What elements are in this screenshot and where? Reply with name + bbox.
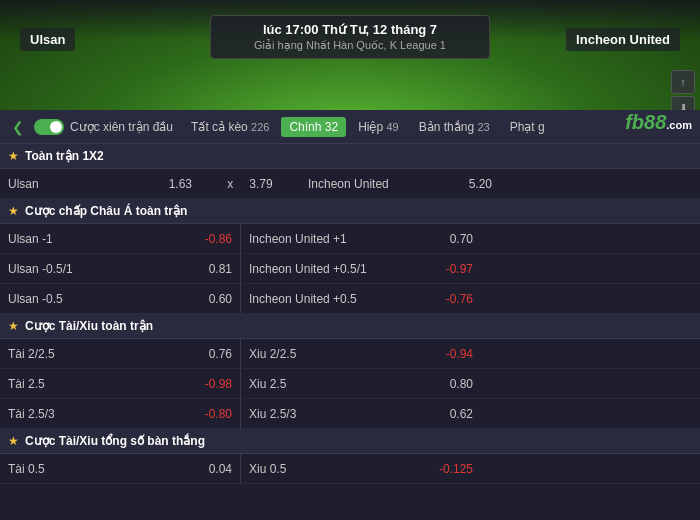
stadium-background: Ulsan lúc 17:00 Thứ Tư, 12 tháng 7 Giải … [0, 0, 700, 110]
section-ou-title: Cược Tài/Xiu toàn trận [25, 319, 153, 333]
toolbar-left: ❮ Cược xiên trận đầu [8, 117, 173, 137]
section-goals-ou-header: ★ Cược Tài/Xiu tổng số bàn thắng [0, 429, 700, 454]
team-away-label: Incheon United [566, 28, 680, 51]
handicap-row-1: Ulsan -1 -0.86 Incheon United +1 0.70 [0, 224, 700, 254]
side-icons: ↑ ⬇ [671, 70, 695, 110]
draw-odds-1x2: 3.79 [249, 177, 272, 191]
home-odds-ou2[interactable]: -0.98 [160, 377, 240, 391]
home-odds-ou1[interactable]: 0.76 [160, 347, 240, 361]
home-odds-1x2[interactable]: 1.63 [140, 177, 200, 191]
filter-main[interactable]: Chính 32 [281, 117, 346, 137]
star-icon[interactable]: ★ [8, 149, 19, 163]
filter-penalty[interactable]: Phạt g [502, 117, 553, 137]
home-team-g1[interactable]: Tài 0.5 [0, 462, 160, 476]
away-team-ou2[interactable]: Xiu 2.5 [241, 377, 401, 391]
handicap-row-3: Ulsan -0.5 0.60 Incheon United +0.5 -0.7… [0, 284, 700, 314]
match-info-bar: lúc 17:00 Thứ Tư, 12 tháng 7 Giải hạng N… [210, 15, 490, 59]
betting-content: ★ Toàn trận 1X2 Ulsan 1.63 x 3.79 Incheo… [0, 144, 700, 520]
away-odds-1x2[interactable]: 5.20 [440, 177, 500, 191]
arrow-up-icon[interactable]: ↑ [671, 70, 695, 94]
league-name: Giải hạng Nhất Hàn Quốc, K League 1 [231, 39, 469, 52]
handicap-row-2: Ulsan -0.5/1 0.81 Incheon United +0.5/1 … [0, 254, 700, 284]
away-odds-h3[interactable]: -0.76 [401, 292, 481, 306]
ou-row-1: Tài 2/2.5 0.76 Xiu 2/2.5 -0.94 [0, 339, 700, 369]
away-odds-h2[interactable]: -0.97 [401, 262, 481, 276]
away-team-h2[interactable]: Incheon United +0.5/1 [241, 262, 401, 276]
parlay-toggle[interactable] [34, 119, 64, 135]
home-team-h2[interactable]: Ulsan -0.5/1 [0, 262, 160, 276]
filter-half[interactable]: Hiệp 49 [350, 117, 407, 137]
star-icon-3[interactable]: ★ [8, 319, 19, 333]
star-icon-4[interactable]: ★ [8, 434, 19, 448]
ou-row-2: Tài 2.5 -0.98 Xiu 2.5 0.80 [0, 369, 700, 399]
toolbar-filters: Tất cả kèo 226 Chính 32 Hiệp 49 Bản thắn… [183, 117, 625, 137]
section-handicap-header: ★ Cược chấp Châu Á toàn trận [0, 199, 700, 224]
home-team-ou2[interactable]: Tài 2.5 [0, 377, 160, 391]
ou-row-3: Tài 2.5/3 -0.80 Xiu 2.5/3 0.62 [0, 399, 700, 429]
away-team-g1[interactable]: Xiu 0.5 [241, 462, 401, 476]
home-odds-h2[interactable]: 0.81 [160, 262, 240, 276]
draw-x: x [227, 177, 233, 191]
away-team-h3[interactable]: Incheon United +0.5 [241, 292, 401, 306]
home-team-h3[interactable]: Ulsan -0.5 [0, 292, 160, 306]
home-odds-ou3[interactable]: -0.80 [160, 407, 240, 421]
home-team-h1[interactable]: Ulsan -1 [0, 232, 160, 246]
match-time: lúc 17:00 Thứ Tư, 12 tháng 7 [231, 22, 469, 37]
section-1x2-title: Toàn trận 1X2 [25, 149, 104, 163]
goals-ou-row-1: Tài 0.5 0.04 Xiu 0.5 -0.125 [0, 454, 700, 484]
away-team-h1[interactable]: Incheon United +1 [241, 232, 401, 246]
filter-goals[interactable]: Bản thắng 23 [411, 117, 498, 137]
home-odds-h3[interactable]: 0.60 [160, 292, 240, 306]
away-odds-ou3[interactable]: 0.62 [401, 407, 481, 421]
away-odds-ou1[interactable]: -0.94 [401, 347, 481, 361]
home-team-1x2[interactable]: Ulsan [0, 177, 140, 191]
away-odds-h1[interactable]: 0.70 [401, 232, 481, 246]
download-icon[interactable]: ⬇ [671, 96, 695, 110]
section-1x2-header: ★ Toàn trận 1X2 [0, 144, 700, 169]
section-goals-ou-title: Cược Tài/Xiu tổng số bàn thắng [25, 434, 205, 448]
away-odds-ou2[interactable]: 0.80 [401, 377, 481, 391]
home-team-ou3[interactable]: Tài 2.5/3 [0, 407, 160, 421]
draw-label-1x2[interactable]: x 3.79 [200, 177, 300, 191]
away-team-ou1[interactable]: Xiu 2/2.5 [241, 347, 401, 361]
team-home-label: Ulsan [20, 28, 75, 51]
away-team-1x2[interactable]: Incheon United [300, 177, 440, 191]
row-1x2: Ulsan 1.63 x 3.79 Incheon United 5.20 [0, 169, 700, 199]
toolbar: ❮ Cược xiên trận đầu Tất cả kèo 226 Chín… [0, 110, 700, 144]
section-handicap-title: Cược chấp Châu Á toàn trận [25, 204, 187, 218]
section-ou-header: ★ Cược Tài/Xiu toàn trận [0, 314, 700, 339]
brand-logo: fb88.com [625, 111, 692, 142]
away-odds-g1[interactable]: -0.125 [401, 462, 481, 476]
away-team-ou3[interactable]: Xiu 2.5/3 [241, 407, 401, 421]
home-odds-g1[interactable]: 0.04 [160, 462, 240, 476]
home-team-ou1[interactable]: Tài 2/2.5 [0, 347, 160, 361]
home-odds-h1[interactable]: -0.86 [160, 232, 240, 246]
parlay-label: Cược xiên trận đầu [70, 120, 173, 134]
filter-all[interactable]: Tất cả kèo 226 [183, 117, 277, 137]
star-icon-2[interactable]: ★ [8, 204, 19, 218]
collapse-icon[interactable]: ❮ [8, 117, 28, 137]
